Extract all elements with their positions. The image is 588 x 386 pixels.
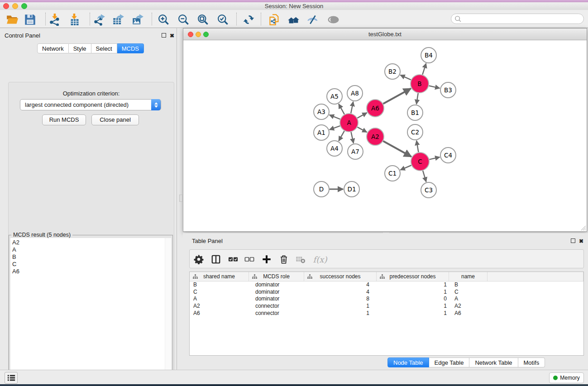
tab-select[interactable]: Select (91, 43, 117, 53)
edge-B-B4[interactable] (422, 63, 426, 75)
export-network-icon[interactable] (91, 12, 107, 27)
cell-successor-nodes: 4 (304, 281, 377, 289)
node-label-B3: B3 (444, 86, 452, 94)
export-image-icon[interactable] (130, 12, 145, 27)
column-header-label: name (461, 273, 475, 280)
node-label-A4: A4 (330, 145, 339, 152)
edge-A6-B[interactable] (383, 89, 411, 104)
network-canvas[interactable]: AA1A3A5A8A4A7A6A2BB1B2B3B4CC1C2C3C4DD1 (184, 40, 586, 231)
table-row[interactable]: A2connector11A2 (190, 303, 583, 310)
cell-mcds-role: connector (249, 303, 304, 310)
node-label-D: D (319, 186, 324, 193)
zoom-selected-icon[interactable] (215, 12, 230, 27)
node-label-A8: A8 (351, 90, 359, 97)
edge-A-A8[interactable] (351, 102, 353, 114)
table-row[interactable]: Cdominator41C (190, 289, 583, 296)
table-close-icon[interactable]: ✖ (579, 238, 583, 244)
deselect-all-icon[interactable] (243, 253, 256, 266)
memory-status-dot (553, 376, 558, 380)
result-item-a2[interactable]: A2 (12, 239, 165, 246)
edge-A-A6[interactable] (357, 113, 367, 118)
window-resize-grip[interactable] (580, 224, 586, 230)
table-row[interactable]: Adominator80A (190, 295, 583, 303)
table-settings-icon[interactable] (192, 253, 205, 266)
node-label-A5: A5 (330, 93, 339, 100)
column-header-predecessor-nodes[interactable]: predecessor nodes (377, 272, 449, 281)
table-header-row: shared nameMCDS rolesuccessor nodesprede… (190, 272, 583, 281)
show-all-icon[interactable] (325, 12, 341, 27)
network-window-titlebar[interactable]: testGlobe.txt (183, 29, 587, 40)
tab-style[interactable]: Style (69, 43, 91, 53)
edge-C-C2[interactable] (416, 141, 418, 152)
toolbar-separator (236, 13, 237, 25)
table-body: Bdominator41BCdominator41CAdominator80AA… (190, 281, 583, 317)
tab-motifs[interactable]: Motifs (518, 357, 545, 367)
toolbar-separator (45, 13, 46, 25)
delete-table-icon[interactable] (294, 253, 307, 266)
table-float-icon[interactable] (571, 238, 575, 243)
import-table-icon[interactable] (67, 12, 82, 27)
vertical-splitter-handle[interactable] (179, 195, 182, 202)
column-header-mcds-role[interactable]: MCDS role (249, 272, 304, 281)
function-builder-icon[interactable]: f(x) (311, 253, 329, 266)
table-row[interactable]: Bdominator41B (190, 281, 583, 289)
result-item-a[interactable]: A (12, 246, 165, 253)
edge-B-B2[interactable] (400, 75, 411, 80)
tab-network[interactable]: Network (37, 43, 69, 53)
save-session-icon[interactable] (22, 12, 38, 27)
cell-predecessor-nodes: 1 (377, 281, 449, 289)
result-scrollbar[interactable] (165, 238, 171, 386)
search-input[interactable] (462, 15, 583, 23)
select-all-icon[interactable] (227, 253, 239, 266)
table-row[interactable]: A6connector11A6 (190, 310, 583, 317)
result-item-b[interactable]: B (12, 253, 165, 261)
edge-A-A5[interactable] (339, 104, 344, 114)
tab-mcds[interactable]: MCDS (117, 43, 144, 53)
hide-selected-icon[interactable] (305, 12, 320, 27)
import-network-icon[interactable] (47, 12, 62, 27)
zoom-out-icon[interactable] (176, 12, 191, 27)
tab-node-table[interactable]: Node Table (387, 357, 429, 367)
edge-A-A3[interactable] (330, 115, 340, 119)
first-neighbors-icon[interactable] (286, 12, 301, 27)
column-header-shared-name[interactable]: shared name (190, 272, 249, 281)
edge-B-B1[interactable] (416, 93, 418, 104)
result-item-c[interactable]: C (12, 261, 165, 268)
edge-A-A7[interactable] (351, 132, 353, 143)
tab-network-table[interactable]: Network Table (469, 357, 518, 367)
mcds-result-box: MCDS result (5 nodes) A2ABCA6 (9, 235, 173, 386)
add-column-icon[interactable] (260, 253, 273, 266)
criterion-dropdown[interactable]: largest connected component (directed) (20, 99, 161, 110)
edge-C-C3[interactable] (423, 171, 426, 182)
edge-B-B3[interactable] (429, 86, 440, 88)
export-table-icon[interactable] (110, 12, 126, 27)
zoom-in-icon[interactable] (156, 12, 171, 27)
cell-name: A6 (449, 310, 488, 317)
edge-C-C1[interactable] (400, 165, 411, 170)
clone-network-icon[interactable] (267, 12, 282, 27)
refresh-icon[interactable] (241, 12, 256, 27)
edge-A-A2[interactable] (358, 127, 367, 132)
memory-button[interactable]: Memory (549, 372, 584, 383)
tab-edge-table[interactable]: Edge Table (429, 357, 470, 367)
node-table: shared nameMCDS rolesuccessor nodesprede… (189, 272, 584, 356)
open-session-icon[interactable] (5, 12, 20, 27)
cell-name: A (449, 295, 488, 303)
zoom-fit-icon[interactable] (195, 12, 210, 27)
close-panel-button[interactable]: Close panel (91, 114, 139, 125)
float-panel-icon[interactable] (162, 33, 166, 38)
column-header-successor-nodes[interactable]: successor nodes (304, 272, 377, 281)
result-item-a6[interactable]: A6 (12, 268, 165, 275)
edge-A2-C[interactable] (383, 141, 411, 157)
delete-column-icon[interactable] (277, 253, 290, 266)
column-visibility-icon[interactable] (210, 253, 222, 266)
column-header-label: MCDS role (263, 273, 290, 280)
show-panels-list-button[interactable] (5, 372, 18, 384)
edge-C-C4[interactable] (429, 157, 440, 159)
run-mcds-button[interactable]: Run MCDS (42, 114, 86, 125)
column-header-name[interactable]: name (449, 272, 488, 281)
edge-A-A1[interactable] (330, 126, 340, 129)
cell-shared-name: C (190, 289, 249, 296)
edge-A-A4[interactable] (339, 131, 344, 141)
close-panel-icon[interactable]: ✖ (170, 33, 174, 38)
